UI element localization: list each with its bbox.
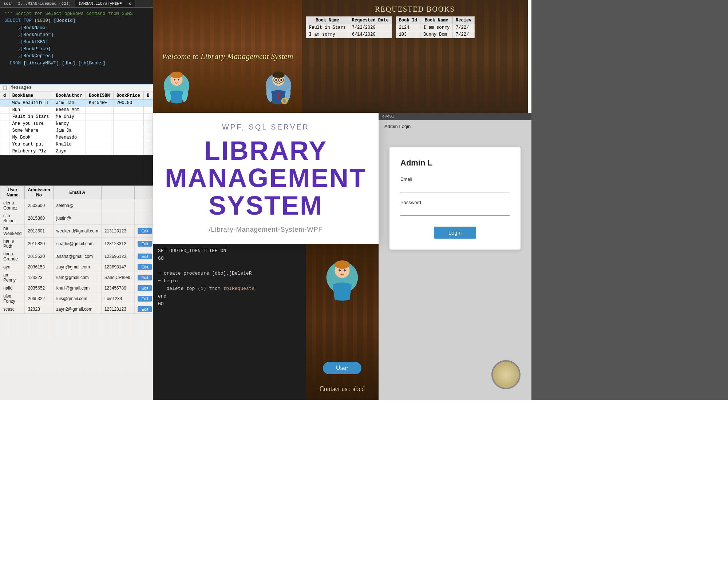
users-table-wrap: User Name Admission No Email A elena Gom… <box>0 186 153 400</box>
user-row: stin Beiber2015360justin@ <box>0 212 153 225</box>
user-col-phone <box>101 186 135 199</box>
results-tab-label: Messages <box>11 85 32 91</box>
card-tech-label: WPF, SQL SERVER <box>222 123 309 131</box>
user-avatar <box>320 255 364 313</box>
sql-proc-panel: SET QUOTED_IDENTIFIER ON GO − create pro… <box>153 244 306 400</box>
svg-point-9 <box>272 72 284 79</box>
welcome-text: Welcome to Library Management System <box>162 52 293 61</box>
login-button[interactable]: Login <box>434 227 476 239</box>
welcome-text-wrap: Welcome to Library Management System <box>162 52 293 61</box>
sql-tab-1[interactable]: sql - I...MSAN\ideapad (62)) <box>0 0 75 7</box>
edit-button[interactable]: Edit <box>138 285 152 291</box>
edit-button[interactable]: Edit <box>138 241 152 247</box>
avatar-nerd <box>262 65 295 113</box>
contact-text: Contact us : abcd <box>320 385 365 393</box>
req-row-1: Fault in Stars7/22/2020 <box>306 24 392 31</box>
result-row: Fault in StarsMe Only <box>0 113 153 120</box>
email-label: Email <box>400 176 510 182</box>
req-col-reqdate: Requested Date <box>349 17 392 24</box>
main-card: WPF, SQL SERVER LIBRARY MANAGEMENT SYSTE… <box>153 113 379 244</box>
results-table: d BookName BookAuthor BookISBN BookPrice… <box>0 92 153 155</box>
users-table: User Name Admission No Email A elena Gom… <box>0 186 153 314</box>
result-row: You cant putKhalid <box>0 141 153 148</box>
req-row-2: I am sorry6/14/2020 <box>306 31 392 38</box>
user-row: am Penny123323liam@gmail.comSanojCR8985E… <box>0 271 153 284</box>
user-row: scasc32323zayn2@gmail.com123123123Edit <box>0 305 153 314</box>
edit-button[interactable]: Edit <box>138 296 152 302</box>
svg-point-3 <box>174 79 175 81</box>
user-col-email: Email A <box>53 186 101 199</box>
col-id: d <box>0 92 9 100</box>
sql-tab-bar: sql - I...MSAN\ideapad (62)) IAMSAN.Libr… <box>0 0 153 8</box>
edit-button[interactable]: Edit <box>138 275 152 280</box>
card-title: LIBRARY MANAGEMENT SYSTEM <box>153 137 379 220</box>
result-row: Some WhereJim Ja <box>0 127 153 134</box>
req-col-bookid: Book Id <box>396 17 420 24</box>
col-bookname: BookName <box>9 92 53 100</box>
user-col-admission: Admission No <box>25 186 53 199</box>
admin-login-title: Admin L <box>400 158 510 168</box>
user-row: uise Fonzy2065322luis@gmail.comLuis1234E… <box>0 292 153 305</box>
user-row: ayn2036153zayn@gmail.com123693147Edit <box>0 263 153 271</box>
svg-point-4 <box>178 79 179 81</box>
result-row: Rainberry PlzZayn <box>0 148 153 155</box>
svg-point-13 <box>275 79 277 81</box>
svg-point-23 <box>344 270 346 272</box>
edit-button[interactable]: Edit <box>138 306 152 312</box>
sql-proc-code: SET QUOTED_IDENTIFIER ON GO − create pro… <box>153 244 306 311</box>
edit-button[interactable]: Edit <box>138 254 152 259</box>
edit-button[interactable]: Edit <box>138 228 152 234</box>
edit-button[interactable]: Edit <box>138 264 152 270</box>
req-row-4: 103Bunny Bom7/22/ <box>396 31 475 38</box>
welcome-panel: Welcome to Library Management System <box>153 0 302 113</box>
user-col-name: User Name <box>0 186 25 199</box>
bottom-left-panel: User Name Admission No Email A elena Gom… <box>0 186 153 400</box>
svg-point-18 <box>283 99 286 103</box>
req-table-1: Book Name Requested Date Fault in Stars7… <box>306 16 392 38</box>
svg-point-2 <box>170 72 182 79</box>
req-col-bookname2: Book Name <box>420 17 453 24</box>
user-row: harlie Puth2015820charlie@gmail.com12312… <box>0 238 153 250</box>
admin-panel: eveBI Admin Login Admin L Email Password… <box>379 113 531 400</box>
admin-tab-bar: eveBI <box>379 113 531 120</box>
user-row: riana Grande2013520ariana@gmail.com12369… <box>0 250 153 263</box>
requested-books-tables: Book Name Requested Date Fault in Stars7… <box>302 16 528 38</box>
user-button[interactable]: User <box>323 362 361 374</box>
email-input[interactable] <box>400 183 510 192</box>
user-row: nalid2035652khali@gmail.com123456789Edit <box>0 284 153 292</box>
user-row: elena Gomez2503600selena@ <box>0 199 153 212</box>
avatar-student <box>160 65 193 113</box>
svg-point-21 <box>335 260 349 269</box>
req-col-bookname: Book Name <box>306 17 349 24</box>
admin-login-box: Admin L Email Password Login <box>389 147 521 250</box>
password-label: Password <box>400 200 510 205</box>
sql-editor-panel: sql - I...MSAN\ideapad (62)) IAMSAN.Libr… <box>0 0 153 186</box>
svg-point-14 <box>280 79 282 81</box>
far-right-panel <box>531 0 728 400</box>
col-b: B <box>144 92 153 100</box>
sql-comment: *** Script for SelectTopNRows command fr… <box>4 11 133 16</box>
result-row: Are you sureNancy <box>0 120 153 127</box>
sql-code-block: *** Script for SelectTopNRows command fr… <box>0 8 153 70</box>
result-row: BunBeena Ant <box>0 107 153 113</box>
result-row: Wow BeautifullJim JanKS454WE200.00 <box>0 100 153 107</box>
col-bookprice: BookPrice <box>114 92 144 100</box>
svg-point-22 <box>339 270 341 272</box>
sql-tab-2[interactable]: IAMSAN.LibraryMSWF - d <box>75 0 135 7</box>
results-tab-bar: 📋 Messages <box>0 84 153 92</box>
req-row-3: 2124I am sorry7/22/ <box>396 24 475 31</box>
wpf-user-panel: User Contact us : abcd <box>306 244 379 400</box>
password-input[interactable] <box>400 207 510 216</box>
card-subtitle: /Library-Management-System-WPF <box>209 226 323 234</box>
requested-books-title: REQUESTED BOOKS <box>302 0 528 16</box>
req-table-2: Book Id Book Name Reciev 2124I am sorry7… <box>396 16 475 38</box>
col-bookauthor: BookAuthor <box>53 92 86 100</box>
results-panel: 📋 Messages d BookName BookAuthor BookISB… <box>0 84 153 155</box>
col-bookisbn: BookISBN <box>86 92 114 100</box>
user-col-edit <box>135 186 153 199</box>
user-row: he Weekend2013601weekend@gmail.com213123… <box>0 225 153 238</box>
requested-books-panel: REQUESTED BOOKS Book Name Requested Date… <box>302 0 528 113</box>
clock-decoration <box>491 360 521 389</box>
admin-login-header: Admin Login <box>379 120 531 133</box>
req-col-reciev: Reciev <box>453 17 475 24</box>
